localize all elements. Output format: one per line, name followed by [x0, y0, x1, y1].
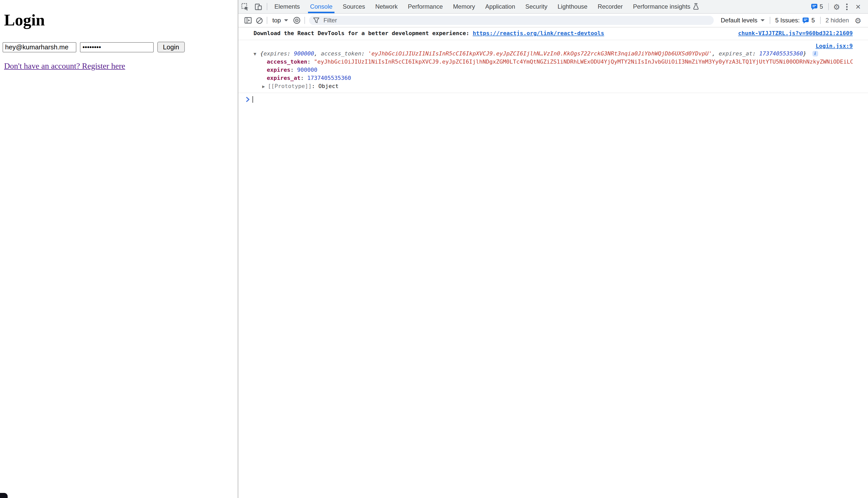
login-form: Login	[2, 42, 234, 52]
badge-count: 5	[820, 3, 823, 10]
divider	[770, 17, 770, 24]
login-page: Login Login Don't have an account? Regis…	[0, 0, 238, 498]
message-bubble-icon	[811, 3, 818, 10]
tabbar-right-cluster: 5 ⚙ ✕	[808, 0, 868, 13]
devtools-floating-badge[interactable]	[0, 493, 8, 498]
divider	[267, 3, 267, 10]
divider	[267, 17, 267, 24]
object-property-row: expires: 900000	[254, 66, 853, 74]
object-preview-parts: {expires: 900000, access_token: 'eyJhbGc…	[260, 50, 806, 57]
hidden-messages-label[interactable]: 2 hidden	[822, 17, 852, 24]
tab-elements[interactable]: Elements	[269, 0, 305, 13]
prototype-row: ▶ [[Prototype]]: Object	[254, 82, 853, 91]
flask-icon	[693, 3, 699, 10]
page-title: Login	[4, 11, 234, 29]
source-link[interactable]: Login.jsx:9	[816, 43, 853, 49]
console-prompt[interactable]	[238, 93, 868, 105]
tab-memory[interactable]: Memory	[448, 0, 480, 13]
tab-performance-insights[interactable]: Performance insights	[628, 0, 704, 13]
tab-console[interactable]: Console	[305, 0, 337, 13]
divider	[304, 17, 305, 24]
login-button[interactable]: Login	[157, 42, 185, 52]
expand-triangle-icon[interactable]: ▶	[262, 82, 265, 91]
issues-counter[interactable]: 5 Issues: 5	[772, 17, 818, 24]
chevron-down-icon	[284, 19, 288, 21]
react-devtools-link[interactable]: https://reactjs.org/link/react-devtools	[473, 30, 604, 37]
chevron-down-icon	[761, 19, 765, 21]
tab-application[interactable]: Application	[480, 0, 520, 13]
settings-gear-icon[interactable]: ⚙	[831, 3, 843, 10]
email-field[interactable]	[2, 42, 76, 52]
object-property-row: expires_at: 1737405535360	[254, 74, 853, 82]
tab-security[interactable]: Security	[520, 0, 553, 13]
tab-recorder[interactable]: Recorder	[592, 0, 628, 13]
devtools-panel: Elements Console Sources Network Perform…	[238, 0, 868, 498]
divider	[820, 17, 820, 24]
prompt-chevron-icon	[246, 97, 250, 102]
console-sidebar-icon[interactable]	[242, 15, 254, 26]
console-message-react-devtools: Download the React DevTools for a better…	[238, 27, 868, 40]
live-expression-eye-icon[interactable]	[291, 15, 302, 26]
context-selector[interactable]: top	[269, 17, 291, 24]
log-levels-selector[interactable]: Default levels	[717, 17, 767, 24]
close-devtools-icon[interactable]: ✕	[851, 3, 865, 10]
console-settings-gear-icon[interactable]: ⚙	[852, 16, 864, 24]
tab-performance[interactable]: Performance	[403, 0, 448, 13]
text-cursor	[253, 96, 253, 103]
register-row: Don't have an account? Register here	[4, 62, 234, 71]
devtools-tabbar: Elements Console Sources Network Perform…	[238, 0, 868, 14]
password-field[interactable]	[80, 42, 154, 52]
console-message-object-log: Login.jsx:9 ▼ {expires: 900000, access_t…	[238, 40, 868, 93]
register-link[interactable]: Don't have an account? Register here	[4, 62, 125, 70]
issues-count: 5	[812, 17, 815, 24]
collapse-triangle-icon[interactable]: ▼	[254, 50, 256, 58]
console-errors-badge[interactable]: 5	[808, 3, 826, 10]
filter-input[interactable]	[322, 16, 710, 24]
screen: Login Login Don't have an account? Regis…	[0, 0, 868, 498]
object-property-row: access_token: "eyJhbGciOiJIUzI1NiIsInR5c…	[254, 58, 853, 66]
console-toolbar: top Default levels	[238, 14, 868, 27]
tab-network[interactable]: Network	[370, 0, 403, 13]
inspect-element-icon[interactable]	[238, 0, 252, 13]
tab-lighthouse[interactable]: Lighthouse	[552, 0, 592, 13]
more-options-icon[interactable]	[843, 3, 851, 10]
issues-bubble-icon	[802, 17, 809, 24]
divider	[828, 3, 829, 10]
clear-console-icon[interactable]	[254, 15, 265, 26]
message-text: Download the React DevTools for a better…	[254, 30, 473, 37]
source-link[interactable]: chunk-VIJJTZRL.js?v=960bd321:21609	[738, 29, 853, 38]
filter-funnel-icon	[313, 17, 319, 23]
console-messages: Download the React DevTools for a better…	[238, 27, 868, 105]
object-preview-line: ▼ {expires: 900000, access_token: 'eyJhb…	[254, 50, 853, 58]
tab-sources[interactable]: Sources	[337, 0, 370, 13]
device-toolbar-icon[interactable]	[252, 0, 265, 13]
info-icon[interactable]: i	[812, 51, 818, 56]
filter-box	[309, 16, 714, 25]
